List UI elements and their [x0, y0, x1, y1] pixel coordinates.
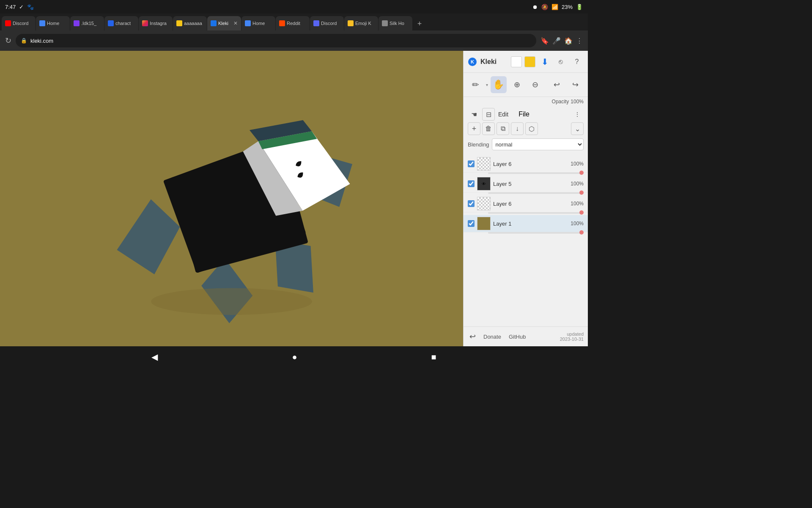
- delete-layer-button[interactable]: 🗑: [482, 122, 495, 135]
- tab-favicon-reddit: [279, 20, 285, 26]
- back-arrow-button[interactable]: ↩: [468, 330, 477, 343]
- color-yellow-swatch[interactable]: [524, 56, 535, 67]
- url-bar[interactable]: 🔒 kleki.com: [16, 34, 536, 47]
- zoom-out-button[interactable]: ⊖: [527, 76, 543, 93]
- main-content: K Kleki ⬇ ⎋ ? ✏ ▾ ✋ ⊕ ⊖ ↩ ↪: [0, 51, 588, 346]
- mute-icon: 🔕: [541, 4, 548, 10]
- donate-button[interactable]: Donate: [482, 332, 503, 342]
- layer-5-opacity: 100%: [571, 181, 584, 187]
- tab-emoji[interactable]: Emoji K: [344, 16, 378, 30]
- menu-icon[interactable]: ⋮: [576, 37, 583, 45]
- check-icon: ✓: [19, 4, 24, 10]
- merge-layer-button[interactable]: ↓: [511, 122, 524, 135]
- wifi-icon: 📶: [551, 4, 558, 10]
- layer-row-6b[interactable]: Layer 6 100%: [464, 195, 588, 213]
- hand-tool-button[interactable]: ✋: [491, 76, 506, 93]
- share-button[interactable]: ⎋: [554, 55, 568, 69]
- record-icon: ⏺: [532, 4, 538, 10]
- duplicate-layer-button[interactable]: ⧉: [497, 122, 509, 135]
- back-nav-button[interactable]: ◀: [151, 352, 158, 362]
- undo-button[interactable]: ↩: [548, 76, 565, 93]
- tab-home2[interactable]: Home: [241, 16, 275, 30]
- layer-row-1[interactable]: Layer 1 100%: [464, 215, 588, 232]
- layer-6b-visibility[interactable]: [468, 200, 475, 207]
- tab-silk[interactable]: Silk Ho: [379, 16, 412, 30]
- undo-redo-group: ↩ ↪: [548, 76, 584, 93]
- battery-icon: 🔋: [576, 4, 583, 10]
- tab-kleki[interactable]: Kleki ✕: [207, 16, 241, 30]
- opacity-row: Opacity 100%: [464, 97, 588, 105]
- add-layer-button[interactable]: +: [468, 122, 480, 135]
- tab-char[interactable]: charact: [104, 16, 138, 30]
- clip-layer-button[interactable]: ⬡: [525, 122, 538, 135]
- svg-point-10: [151, 288, 312, 315]
- layer-6b-name: Layer 6: [493, 201, 568, 207]
- layer-5-slider[interactable]: [488, 192, 584, 194]
- home-icon[interactable]: 🏠: [564, 37, 573, 45]
- layer-more-button[interactable]: ⋮: [571, 108, 584, 121]
- help-button[interactable]: ?: [570, 55, 584, 69]
- github-button[interactable]: GitHub: [507, 332, 527, 342]
- layer-panel: ☚ ⊟ Edit File ⋮ + 🗑 ⧉ ↓ ⬡ ⌄ Blending nor…: [464, 105, 588, 155]
- kleki-logo-icon: K: [468, 57, 477, 66]
- color-white-swatch[interactable]: [511, 56, 522, 67]
- battery: 23%: [562, 4, 573, 10]
- redo-button[interactable]: ↪: [567, 76, 584, 93]
- layer-row-5[interactable]: 👁 Layer 5 100%: [464, 175, 588, 193]
- layer-hand-button[interactable]: ☚: [468, 108, 480, 121]
- layer-6b-slider-handle: [579, 210, 584, 215]
- recent-nav-button[interactable]: ■: [431, 352, 436, 362]
- tab-label-discord1: Discord: [13, 21, 28, 26]
- lock-icon: 🔒: [21, 38, 27, 44]
- tool-dropdown-arrow[interactable]: ▾: [486, 83, 488, 87]
- tab-label-aaaaaa: aaaaaaa: [184, 21, 202, 26]
- tab-instagram[interactable]: Instagra: [139, 16, 173, 30]
- layer-6b-slider-row: [464, 212, 588, 214]
- layer-6a-slider-handle: [579, 171, 584, 175]
- layer-1-visibility[interactable]: [468, 220, 475, 227]
- tab-discord1[interactable]: Discord: [2, 16, 36, 30]
- updated-date: 2023-10-31: [560, 337, 584, 342]
- new-tab-button[interactable]: +: [413, 17, 426, 30]
- pen-tool-button[interactable]: ✏: [468, 76, 483, 93]
- tab-home1[interactable]: Home: [36, 16, 70, 30]
- bookmark-icon[interactable]: 🔖: [540, 37, 549, 45]
- tab-label-discord2: Discord: [321, 21, 337, 26]
- layer-1-name: Layer 1: [493, 221, 568, 227]
- tab-favicon-silk: [382, 20, 388, 26]
- layer-6a-thumb: [477, 157, 491, 171]
- tool-bar: ✏ ▾ ✋ ⊕ ⊖ ↩ ↪: [464, 73, 588, 97]
- tab-aaaaaa[interactable]: aaaaaaa: [173, 16, 207, 30]
- tab-label-instagram: Instagra: [150, 21, 167, 26]
- tab-favicon-discord1: [5, 20, 11, 26]
- blending-select[interactable]: normal multiply screen overlay: [492, 138, 584, 150]
- layer-row-6a[interactable]: Layer 6 100%: [464, 155, 588, 173]
- layer-6b-slider[interactable]: [488, 212, 584, 214]
- file-label[interactable]: File: [518, 110, 529, 118]
- tab-reddit[interactable]: Reddit: [276, 16, 310, 30]
- opacity-value: 100%: [571, 99, 584, 105]
- canvas-area[interactable]: [0, 51, 463, 346]
- tab-label-home2: Home: [252, 21, 265, 26]
- layer-6a-slider[interactable]: [488, 172, 584, 174]
- header-actions: ⬇ ⎋ ?: [511, 55, 584, 69]
- tab-label-emoji: Emoji K: [355, 21, 371, 26]
- tab-idk15[interactable]: .Idk15_: [70, 16, 104, 30]
- layer-5-visibility[interactable]: [468, 180, 475, 187]
- layer-6a-visibility[interactable]: [468, 160, 475, 167]
- edit-label[interactable]: Edit: [498, 111, 508, 118]
- tab-close-kleki[interactable]: ✕: [233, 20, 238, 26]
- expand-layers-button[interactable]: ⌄: [571, 122, 584, 135]
- refresh-button[interactable]: ↻: [5, 36, 11, 45]
- download-button[interactable]: ⬇: [538, 55, 551, 69]
- tab-favicon-discord2: [313, 20, 319, 26]
- status-left: 7:47 ✓ 🐾: [5, 4, 34, 10]
- mic-icon[interactable]: 🎤: [552, 37, 561, 45]
- home-nav-button[interactable]: ●: [292, 352, 297, 362]
- layer-1-opacity: 100%: [571, 221, 584, 226]
- layer-1-slider[interactable]: [488, 232, 584, 234]
- tab-discord2[interactable]: Discord: [310, 16, 344, 30]
- zoom-in-button[interactable]: ⊕: [509, 76, 525, 93]
- layer-stack-button[interactable]: ⊟: [482, 108, 495, 121]
- layer-1-slider-row: [464, 232, 588, 234]
